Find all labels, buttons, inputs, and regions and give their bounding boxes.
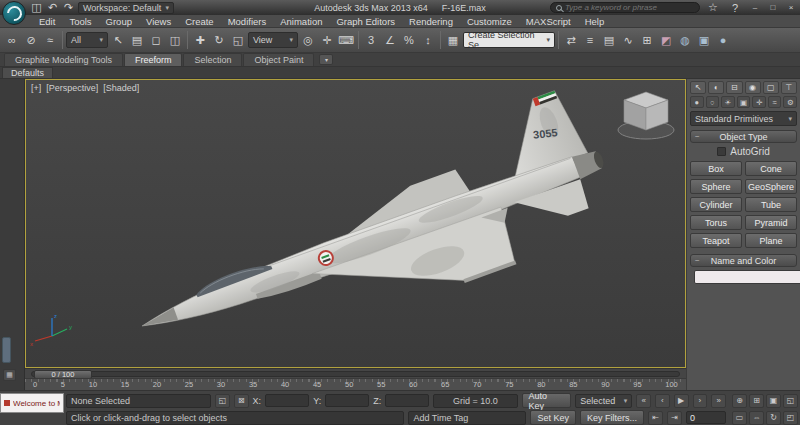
menu-item[interactable]: Customize	[460, 16, 519, 27]
selection-lock-icon[interactable]	[234, 394, 249, 408]
object-name-input[interactable]	[694, 270, 800, 284]
primitive-type-dropdown[interactable]: Standard Primitives	[690, 111, 797, 126]
auto-key-button[interactable]: Auto Key	[522, 393, 572, 408]
select-and-manipulate-icon[interactable]	[318, 31, 336, 49]
minimize-button[interactable]	[748, 3, 762, 12]
menu-item[interactable]: Rendering	[402, 16, 460, 27]
next-frame-icon[interactable]	[693, 394, 708, 408]
select-object-icon[interactable]	[109, 31, 127, 49]
zoom-extents-all-icon[interactable]	[783, 394, 798, 408]
material-editor-icon[interactable]	[657, 31, 675, 49]
align-icon[interactable]	[581, 31, 599, 49]
select-and-link-icon[interactable]	[3, 31, 21, 49]
render-production-icon[interactable]	[714, 31, 732, 49]
select-and-move-icon[interactable]	[191, 31, 209, 49]
space-warps-category-icon[interactable]	[768, 96, 782, 108]
menu-item[interactable]: Modifiers	[221, 16, 274, 27]
primitive-button[interactable]: Pyramid	[745, 215, 797, 230]
edit-named-selection-sets-icon[interactable]	[444, 31, 462, 49]
viewport-shading-menu[interactable]: [Shaded]	[103, 83, 139, 93]
viewport-layout-tab[interactable]	[2, 337, 11, 363]
name-and-color-rollout[interactable]: Name and Color	[690, 254, 797, 267]
render-setup-icon[interactable]	[676, 31, 694, 49]
select-and-rotate-icon[interactable]	[210, 31, 228, 49]
systems-category-icon[interactable]	[783, 96, 797, 108]
time-slider-track[interactable]: 0 / 100	[31, 371, 680, 377]
unlink-selection-icon[interactable]	[22, 31, 40, 49]
primitive-button[interactable]: Box	[690, 161, 742, 176]
menu-item[interactable]: Animation	[273, 16, 329, 27]
snaps-toggle-icon[interactable]: 3	[362, 31, 380, 49]
info-center-search[interactable]	[550, 2, 700, 13]
angle-snap-icon[interactable]	[381, 31, 399, 49]
ribbon-config-button[interactable]	[319, 54, 333, 65]
menu-item[interactable]: Help	[578, 16, 612, 27]
rectangular-selection-region-icon[interactable]	[147, 31, 165, 49]
z-coordinate-input[interactable]	[385, 394, 429, 407]
primitive-button[interactable]: Tube	[745, 197, 797, 212]
primitive-button[interactable]: Cylinder	[690, 197, 742, 212]
layout-grid-icon[interactable]	[3, 369, 16, 381]
menu-item[interactable]: Group	[99, 16, 139, 27]
create-tab-icon[interactable]	[690, 81, 706, 94]
primitive-button[interactable]: Teapot	[690, 233, 742, 248]
reference-coordinate-dropdown[interactable]: View	[248, 32, 298, 48]
modify-tab-icon[interactable]	[708, 81, 724, 94]
geometry-category-icon[interactable]	[690, 96, 704, 108]
menu-item[interactable]: Views	[139, 16, 178, 27]
helpers-category-icon[interactable]	[752, 96, 766, 108]
key-filters-button[interactable]: Key Filters...	[580, 410, 644, 425]
viewport-view-menu[interactable]: [Perspective]	[46, 83, 98, 93]
mirror-icon[interactable]	[562, 31, 580, 49]
app-logo-button[interactable]	[2, 1, 26, 25]
lights-category-icon[interactable]	[721, 96, 735, 108]
motion-tab-icon[interactable]	[745, 81, 761, 94]
defaults-tab[interactable]: Defaults	[2, 67, 53, 78]
play-animation-icon[interactable]	[674, 394, 689, 408]
add-time-tag-field[interactable]: Add Time Tag	[408, 411, 526, 425]
ribbon-tab-selection[interactable]: Selection	[183, 53, 242, 66]
workspace-dropdown[interactable]: Workspace: Default	[78, 2, 174, 14]
current-frame-input[interactable]	[686, 411, 726, 424]
primitive-button[interactable]: GeoSphere	[745, 179, 797, 194]
select-and-scale-icon[interactable]	[229, 31, 247, 49]
keyboard-shortcut-override-icon[interactable]	[337, 31, 355, 49]
pan-view-icon[interactable]	[749, 411, 764, 425]
zoom-extents-icon[interactable]	[766, 394, 781, 408]
zoom-icon[interactable]	[732, 394, 747, 408]
menu-item[interactable]: Graph Editors	[329, 16, 402, 27]
zoom-all-icon[interactable]	[749, 394, 764, 408]
track-bar-ruler[interactable]: 0510152025303540455055606570758085909510…	[25, 378, 686, 390]
key-selection-dropdown[interactable]: Selected	[575, 394, 632, 408]
x-coordinate-input[interactable]	[265, 394, 309, 407]
selection-filter-dropdown[interactable]: All	[66, 32, 108, 48]
search-input[interactable]	[565, 3, 694, 12]
autogrid-checkbox[interactable]	[717, 147, 726, 156]
next-key-icon[interactable]	[667, 411, 682, 425]
select-by-name-icon[interactable]	[128, 31, 146, 49]
named-selection-sets-dropdown[interactable]: Create Selection Se	[463, 32, 555, 48]
layer-manager-icon[interactable]	[600, 31, 618, 49]
view-cube[interactable]	[618, 92, 674, 139]
isolate-selection-icon[interactable]	[215, 394, 230, 408]
hierarchy-tab-icon[interactable]	[726, 81, 742, 94]
shapes-category-icon[interactable]	[706, 96, 720, 108]
primitive-button[interactable]: Torus	[690, 215, 742, 230]
rendered-frame-window-icon[interactable]	[695, 31, 713, 49]
menu-item[interactable]: Tools	[62, 16, 98, 27]
percent-snap-icon[interactable]	[400, 31, 418, 49]
object-type-rollout[interactable]: Object Type	[690, 130, 797, 143]
schematic-view-icon[interactable]	[638, 31, 656, 49]
menu-item[interactable]: MAXScript	[519, 16, 578, 27]
cameras-category-icon[interactable]	[737, 96, 751, 108]
go-to-end-icon[interactable]	[711, 394, 726, 408]
perspective-viewport[interactable]: [+] [Perspective] [Shaded]	[25, 79, 686, 368]
display-tab-icon[interactable]	[763, 81, 779, 94]
ribbon-tab-freeform[interactable]: Freeform	[124, 53, 183, 66]
previous-frame-icon[interactable]	[655, 394, 670, 408]
menu-item[interactable]: Edit	[32, 16, 62, 27]
use-pivot-center-icon[interactable]	[299, 31, 317, 49]
set-key-button[interactable]: Set Key	[530, 410, 576, 425]
f16-model[interactable]: 3055	[115, 83, 627, 367]
primitive-button[interactable]: Sphere	[690, 179, 742, 194]
